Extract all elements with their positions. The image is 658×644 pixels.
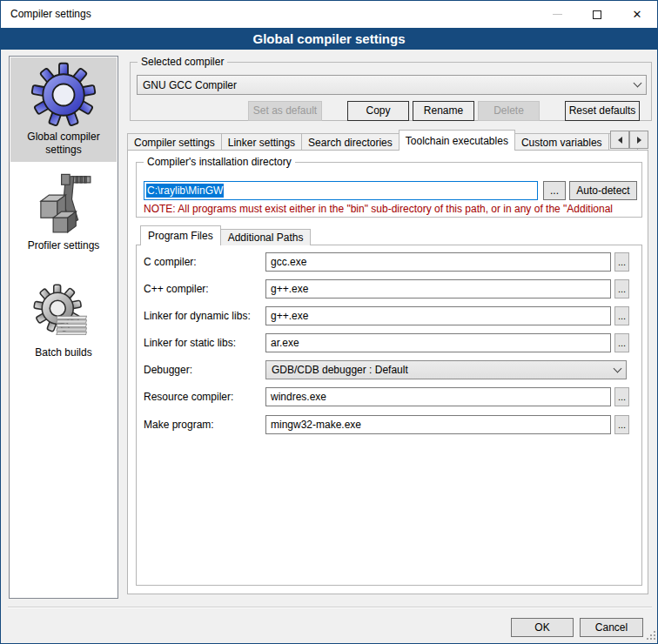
sidebar-item-global-compiler-settings[interactable]: Global compiler settings (10, 57, 117, 162)
field-row: C compiler: gcc.exe ... (137, 252, 641, 272)
close-button[interactable]: ✕ (617, 1, 657, 28)
compiler-select[interactable]: GNU GCC Compiler (137, 75, 647, 95)
tab-scroll-right-button[interactable] (629, 131, 648, 149)
cpp-compiler-input[interactable]: g++.exe (265, 279, 611, 299)
dynamic-linker-input[interactable]: g++.exe (265, 306, 611, 325)
installation-directory-input[interactable]: C:\raylib\MinGW (144, 181, 538, 200)
settings-category-list: Global compiler settings (9, 56, 118, 599)
page-title: Global compiler settings (1, 28, 657, 50)
rename-button[interactable]: Rename (413, 101, 474, 121)
browse-button[interactable]: ... (614, 333, 629, 352)
browse-button[interactable]: ... (614, 415, 629, 434)
static-linker-input[interactable]: ar.exe (265, 333, 611, 352)
field-row: Debugger: GDB/CDB debugger : Default (137, 360, 641, 379)
tab-program-files[interactable]: Program Files (140, 225, 221, 245)
c-compiler-label: C compiler: (144, 252, 264, 272)
debugger-label: Debugger: (144, 360, 264, 379)
gray-gear-stack-icon (32, 283, 95, 345)
field-row: Resource compiler: windres.exe ... (137, 387, 641, 406)
browse-button[interactable]: ... (614, 387, 629, 406)
maximize-icon (593, 10, 601, 19)
debugger-select-value: GDB/CDB debugger : Default (272, 364, 614, 376)
window-controls: ✕ (537, 1, 657, 28)
tab-linker-settings[interactable]: Linker settings (222, 133, 302, 151)
tab-additional-paths[interactable]: Additional Paths (221, 229, 312, 245)
minimize-icon (553, 14, 562, 15)
field-row: Linker for dynamic libs: g++.exe ... (137, 306, 641, 325)
compiler-settings-dialog: Compiler settings ✕ Global compiler sett… (0, 0, 658, 644)
arrow-right-icon (637, 137, 641, 144)
tab-search-directories[interactable]: Search directories (302, 133, 400, 151)
field-row: Make program: mingw32-make.exe ... (137, 415, 641, 434)
tab-custom-variables[interactable]: Custom variables (515, 133, 609, 151)
browse-button[interactable]: ... (614, 252, 629, 272)
reset-defaults-button[interactable]: Reset defaults (565, 101, 640, 121)
sidebar-item-batch-builds[interactable]: Batch builds (10, 280, 117, 364)
field-row: Linker for static libs: ar.exe ... (137, 333, 641, 352)
title-bar: Compiler settings ✕ (1, 1, 657, 28)
field-row: C++ compiler: g++.exe ... (137, 279, 641, 299)
chevron-down-icon (614, 364, 622, 372)
chevron-down-icon (634, 79, 642, 88)
debugger-select[interactable]: GDB/CDB debugger : Default (265, 360, 627, 379)
delete-button[interactable]: Delete (478, 101, 540, 121)
dynamic-linker-label: Linker for dynamic libs: (144, 306, 264, 325)
c-compiler-input[interactable]: gcc.exe (265, 252, 611, 272)
copy-button[interactable]: Copy (347, 101, 409, 121)
browse-button[interactable]: ... (614, 306, 629, 325)
settings-tab-strip: Compiler settings Linker settings Search… (127, 130, 648, 151)
footer-divider (8, 607, 652, 608)
window-title: Compiler settings (10, 8, 91, 20)
tab-compiler-settings[interactable]: Compiler settings (127, 133, 222, 151)
resource-compiler-label: Resource compiler: (144, 387, 264, 406)
resize-grip[interactable] (647, 631, 648, 633)
sidebar-item-profiler-settings[interactable]: Profiler settings (10, 170, 117, 253)
make-program-label: Make program: (144, 415, 264, 434)
cancel-button[interactable]: Cancel (580, 618, 643, 637)
program-files-tab-strip: Program Files Additional Paths (140, 225, 311, 245)
blue-gear-icon (29, 60, 98, 130)
auto-detect-button[interactable]: Auto-detect (569, 181, 637, 200)
selected-compiler-group: Selected compiler GNU GCC Compiler Set a… (130, 62, 652, 121)
ok-button[interactable]: OK (511, 618, 574, 637)
installation-directory-group: Compiler's installation directory C:\ray… (136, 162, 642, 218)
caliper-tool-icon (30, 172, 97, 238)
set-as-default-button[interactable]: Set as default (248, 101, 322, 121)
minimize-button[interactable] (537, 1, 577, 28)
group-legend: Selected compiler (138, 56, 227, 68)
sidebar-item-label: Batch builds (10, 346, 117, 359)
arrow-left-icon (618, 137, 622, 144)
bin-subdirectory-note: NOTE: All programs must exist either in … (144, 203, 640, 215)
tab-toolchain-executables[interactable]: Toolchain executables (399, 130, 515, 151)
resource-compiler-input[interactable]: windres.exe (265, 387, 611, 406)
static-linker-label: Linker for static libs: (144, 333, 264, 352)
group-legend: Compiler's installation directory (144, 156, 295, 168)
sidebar-item-label: Global compiler settings (10, 131, 117, 157)
tab-scroll-left-button[interactable] (610, 131, 629, 149)
close-icon: ✕ (633, 9, 642, 20)
compiler-select-value: GNU GCC Compiler (143, 79, 634, 91)
browse-button[interactable]: ... (614, 279, 629, 299)
browse-directory-button[interactable]: ... (543, 181, 566, 200)
make-program-input[interactable]: mingw32-make.exe (265, 415, 611, 434)
program-files-page: C compiler: gcc.exe ... C++ compiler: g+… (136, 245, 642, 586)
maximize-button[interactable] (577, 1, 617, 28)
path-selected-text: C:\raylib\MinGW (146, 184, 224, 198)
sidebar-item-label: Profiler settings (10, 239, 117, 252)
cpp-compiler-label: C++ compiler: (144, 279, 264, 299)
